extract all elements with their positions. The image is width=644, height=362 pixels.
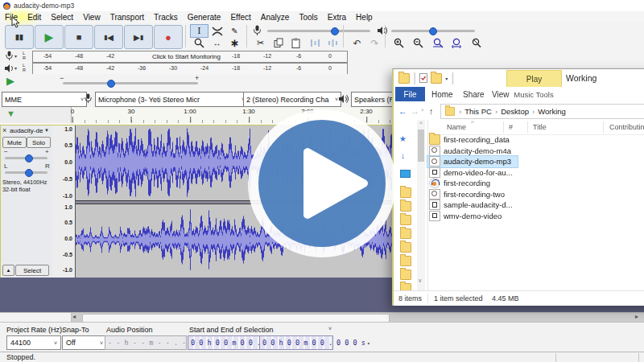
- mic-volume-slider[interactable]: [267, 30, 370, 32]
- scroll-left-icon[interactable]: ◂: [72, 313, 76, 320]
- silence-audio-button[interactable]: [324, 36, 342, 50]
- record-meter-dropdown-icon[interactable]: ▾: [14, 53, 17, 59]
- file-row-first-recording-data[interactable]: first-recording_data: [427, 134, 518, 146]
- column-divider[interactable]: [503, 121, 504, 133]
- close-track-icon[interactable]: ×: [2, 126, 6, 134]
- trim-audio-button[interactable]: [306, 36, 324, 50]
- column-title[interactable]: Title: [533, 123, 547, 131]
- selection-end-field[interactable]: 0 0 h 0 0 m 0 0 . 0 0 0 s▾: [259, 335, 333, 350]
- column-number[interactable]: #: [509, 123, 513, 131]
- play-button[interactable]: ▶: [35, 25, 64, 49]
- recording-channels-select[interactable]: 2 (Stereo) Recording Cha˅: [243, 92, 341, 107]
- undo-button[interactable]: ↶: [348, 36, 366, 50]
- pan-slider[interactable]: [5, 171, 47, 174]
- audio-position-field[interactable]: - - h - - m - - . - - - s▾: [105, 335, 187, 350]
- project-rate-select[interactable]: 44100˅: [6, 335, 61, 350]
- file-row-wmv-demo-video[interactable]: wmv-demo-video: [427, 211, 518, 222]
- gain-slider-thumb[interactable]: [25, 154, 33, 162]
- tab-home[interactable]: Home: [431, 87, 453, 101]
- column-divider[interactable]: [603, 121, 604, 133]
- track-name[interactable]: audacity-de: [10, 127, 43, 134]
- breadcrumb[interactable]: › This PC › Desktop › Working: [440, 104, 644, 119]
- scroll-down-icon[interactable]: v: [419, 278, 422, 283]
- zoom-toggle-button[interactable]: [467, 36, 485, 50]
- menu-select[interactable]: Select: [46, 13, 78, 22]
- play-at-speed-button[interactable]: ▶: [6, 75, 14, 87]
- redo-button[interactable]: ↷: [365, 36, 384, 50]
- recording-device-select[interactable]: Microphone (3- Yeti Stereo Micr˅: [95, 92, 248, 107]
- explorer-titlebar[interactable]: | ▾ | Play Working: [394, 69, 644, 87]
- paste-button[interactable]: [287, 36, 305, 50]
- track-menu-icon[interactable]: ▼: [44, 128, 49, 133]
- breadcrumb-working[interactable]: Working: [538, 107, 566, 116]
- column-contributing[interactable]: Contributing: [609, 123, 644, 131]
- monitoring-text[interactable]: Click to Start Monitoring: [152, 53, 221, 60]
- qat-properties-icon[interactable]: [419, 73, 427, 83]
- file-row-sample-audacity-d---[interactable]: sample-audacity-d...: [427, 200, 518, 211]
- menu-effect[interactable]: Effect: [225, 13, 255, 22]
- gain-slider[interactable]: [5, 157, 47, 159]
- nav-folder-icon[interactable]: [400, 256, 411, 266]
- solo-button[interactable]: Solo: [27, 137, 51, 148]
- menu-tools[interactable]: Tools: [294, 13, 322, 22]
- menu-edit[interactable]: Edit: [23, 13, 46, 22]
- speaker-volume-slider[interactable]: [391, 30, 475, 32]
- forward-icon[interactable]: →: [411, 106, 419, 116]
- skip-to-end-button[interactable]: ▶▮: [124, 25, 153, 49]
- scroll-up-icon[interactable]: ^: [417, 120, 425, 126]
- play-speed-slider[interactable]: [63, 82, 198, 84]
- back-icon[interactable]: ←: [398, 106, 407, 116]
- file-row-first-recording[interactable]: first-recording: [427, 178, 518, 189]
- track-select-button[interactable]: Select: [15, 265, 49, 276]
- file-row-first-recording-two[interactable]: first-recording-two: [427, 189, 518, 200]
- pause-button[interactable]: ▮▮: [5, 25, 34, 49]
- contextual-tab-header[interactable]: Play: [506, 70, 562, 88]
- menu-view[interactable]: View: [78, 13, 105, 22]
- nav-folder-icon[interactable]: [400, 242, 411, 253]
- zoom-tool-button[interactable]: [190, 36, 208, 50]
- column-name[interactable]: Name: [447, 123, 466, 131]
- menu-tracks[interactable]: Tracks: [149, 13, 183, 22]
- vertical-scale-ruler[interactable]: 1.00.50.0-0.5-1.0 1.00.50.0-0.5-1.0: [52, 125, 76, 278]
- menu-analyze[interactable]: Analyze: [256, 13, 295, 22]
- tab-music-tools[interactable]: Music Tools: [508, 87, 559, 101]
- qat-new-folder-icon[interactable]: [431, 73, 442, 84]
- video-play-overlay[interactable]: [248, 109, 396, 257]
- zoom-out-button[interactable]: [409, 36, 427, 50]
- file-row-audacity-demo-mp3[interactable]: audacity-demo-mp3: [427, 156, 518, 167]
- recent-locations-chevron-icon[interactable]: ˅: [421, 108, 424, 113]
- tab-share[interactable]: Share: [463, 87, 485, 101]
- mic-volume-thumb[interactable]: [331, 27, 339, 35]
- zoom-selection-button[interactable]: [428, 36, 447, 50]
- collapse-track-button[interactable]: ▲: [2, 265, 14, 276]
- pan-slider-thumb[interactable]: [25, 169, 33, 177]
- zoom-fit-project-button[interactable]: [448, 36, 466, 50]
- playback-meter[interactable]: ▾ LR -54-48-42-36-30-24-18-12-60: [0, 63, 378, 74]
- menu-extra[interactable]: Extra: [323, 13, 351, 22]
- qat-customize-chevron-icon[interactable]: ▾: [445, 76, 448, 81]
- file-row-audacity-demo-m4a[interactable]: audacity-demo-m4a: [427, 146, 518, 157]
- audio-host-select[interactable]: MME˅: [2, 92, 87, 107]
- breadcrumb-desktop[interactable]: Desktop: [501, 107, 529, 116]
- selection-format-chevron-icon[interactable]: ˅: [328, 326, 332, 331]
- skip-to-start-button[interactable]: ▮◀: [94, 25, 123, 49]
- stop-button[interactable]: ■: [64, 25, 93, 49]
- selection-start-field[interactable]: 0 0 h 0 0 m 0 0 . 0 0 0 s▾: [188, 335, 262, 350]
- cut-button[interactable]: ✂: [251, 36, 270, 50]
- speaker-volume-thumb[interactable]: [429, 27, 437, 35]
- up-icon[interactable]: ↑: [429, 106, 434, 116]
- tab-file[interactable]: File: [395, 87, 425, 101]
- snap-to-select[interactable]: Off˅: [62, 335, 107, 350]
- zoom-in-button[interactable]: [390, 36, 408, 50]
- recording-meter[interactable]: ▾ LR -54-48-42-18-12-60 Click to Start M…: [0, 51, 378, 62]
- menu-transport[interactable]: Transport: [105, 13, 149, 22]
- record-button[interactable]: ●: [154, 25, 183, 49]
- timeshift-tool-button[interactable]: ↔: [208, 36, 226, 50]
- file-row-demo-video-for-au---[interactable]: demo-video-for-au...: [427, 167, 518, 179]
- copy-button[interactable]: [269, 36, 287, 50]
- multi-tool-button[interactable]: ∗: [225, 36, 244, 50]
- breadcrumb-this-pc[interactable]: This PC: [464, 107, 492, 116]
- nav-folder-icon[interactable]: [400, 269, 411, 280]
- menu-help[interactable]: Help: [351, 13, 378, 22]
- playback-meter-dropdown-icon[interactable]: ▾: [14, 65, 17, 71]
